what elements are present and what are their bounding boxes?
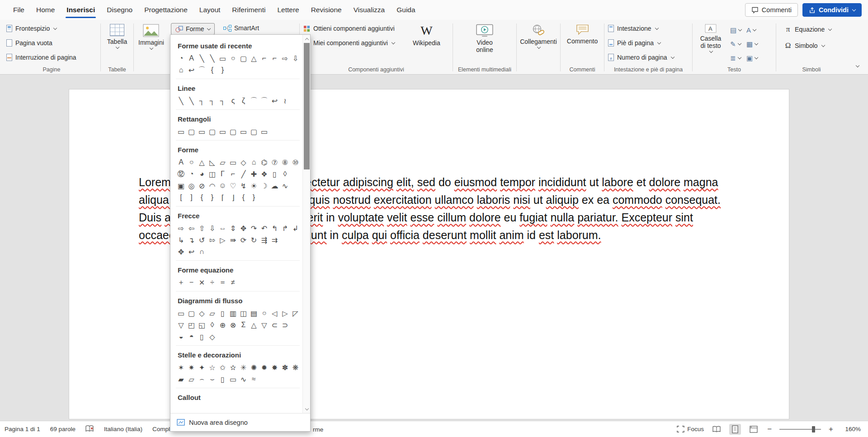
pagina-vuota-button[interactable]: Pagina vuota [5,39,78,47]
shape-glyph[interactable]: ✷ [186,362,197,373]
scroll-down-arrow[interactable] [303,405,311,413]
shape-glyph[interactable]: ◊ [207,319,217,331]
simbolo-button[interactable]: Ω Simbolo [783,41,833,51]
wordart-button[interactable]: A [745,23,761,37]
tab-visualizza[interactable]: Visualizza [348,0,391,20]
shape-glyph[interactable]: ╱ [238,168,249,180]
zoom-percentage[interactable]: 160% [841,426,861,432]
shape-glyph[interactable]: ✺ [249,362,259,373]
shape-glyph[interactable]: ▱ [207,307,217,319]
shape-glyph[interactable]: ⌢ [197,373,207,385]
shape-glyph[interactable]: ✥ [176,246,186,258]
shape-glyph[interactable]: ] [186,192,197,203]
shape-glyph[interactable]: ⇉ [269,234,280,246]
shape-glyph[interactable]: ☀ [249,180,259,192]
tab-disegno[interactable]: Disegno [101,0,138,20]
web-layout-button[interactable] [748,424,760,435]
shape-glyph[interactable]: ○ [228,52,238,64]
shape-glyph[interactable]: ▭ [259,126,269,137]
numero-di-pagina-button[interactable]: Numero di pagina [606,53,676,61]
print-layout-button[interactable] [729,424,741,435]
shape-glyph[interactable]: ∿ [280,180,290,192]
shape-glyph[interactable]: ⑩ [290,156,301,168]
shape-glyph[interactable]: ▽ [259,319,269,331]
shape-glyph[interactable]: ▢ [186,307,197,319]
shape-glyph[interactable]: ↩ [269,95,280,107]
shape-glyph[interactable]: ☆ [207,362,217,373]
collapse-ribbon-button[interactable] [854,59,861,70]
shape-glyph[interactable]: ▭ [238,126,249,137]
shape-glyph[interactable]: ▭ [176,126,186,137]
shape-glyph[interactable]: ⇦ [186,222,197,234]
shape-glyph[interactable]: △ [197,156,207,168]
shape-glyph[interactable]: ◎ [186,180,197,192]
shape-glyph[interactable]: ✸ [269,362,280,373]
shape-glyph[interactable]: ✥ [238,222,249,234]
share-button[interactable]: Condividi [802,3,862,17]
parti-rapide-button[interactable]: ▤ [729,23,745,37]
shape-glyph[interactable]: ◱ [197,319,207,331]
zoom-out-button[interactable]: − [766,425,773,434]
shape-glyph[interactable]: ▯ [269,168,280,180]
shape-glyph[interactable]: ◓ [186,331,197,343]
shape-glyph[interactable]: ↻ [249,234,259,246]
shape-glyph[interactable]: ⟳ [238,234,249,246]
shape-glyph[interactable]: ╲ [207,52,217,64]
shape-glyph[interactable]: ⇔ [217,222,228,234]
data-e-ora-button[interactable]: ▦ [745,37,761,51]
shape-glyph[interactable]: ▥ [228,307,238,319]
shape-glyph[interactable]: ✦ [197,362,207,373]
shape-glyph[interactable]: ▭ [228,373,238,385]
shape-glyph[interactable]: ✽ [280,362,290,373]
shape-glyph[interactable]: ▢ [186,126,197,137]
shape-glyph[interactable]: ◺ [207,156,217,168]
shape-glyph[interactable]: ◊ [280,168,290,180]
shape-glyph[interactable]: ▣ [176,180,186,192]
shape-glyph[interactable]: ↶ [259,222,269,234]
shape-glyph[interactable]: ÷ [207,277,217,288]
shape-glyph[interactable]: ≀ [280,95,290,107]
shape-glyph[interactable]: ♡ [228,180,238,192]
shape-glyph[interactable]: ⇰ [207,234,217,246]
riga-firma-button[interactable]: ✎ [729,37,745,51]
shape-glyph[interactable]: ○ [186,156,197,168]
shape-glyph[interactable]: ⌒ [259,95,269,107]
miei-componenti-button[interactable]: Miei componenti aggiuntivi [302,39,410,47]
scrollbar-thumb[interactable] [304,43,310,169]
shape-glyph[interactable]: ▭ [197,126,207,137]
shape-glyph[interactable]: { [207,64,217,76]
shape-glyph[interactable]: ❋ [290,362,301,373]
focus-toggle[interactable]: Focus [677,426,704,432]
tabella-button[interactable]: Tabella [104,21,130,65]
shape-glyph[interactable]: ✶ [176,362,186,373]
shape-glyph[interactable]: ⑫ [176,168,186,180]
shape-glyph[interactable]: A [186,52,197,64]
shape-glyph[interactable]: { [197,192,207,203]
shape-glyph[interactable]: ✚ [249,168,259,180]
tab-revisione[interactable]: Revisione [305,0,348,20]
shape-glyph[interactable]: ↲ [290,222,301,234]
shape-glyph[interactable]: ∩ [197,246,207,258]
shape-glyph[interactable]: ┐ [197,95,207,107]
scroll-up-arrow[interactable] [303,35,311,42]
shape-glyph[interactable]: ○ [259,307,269,319]
shape-glyph[interactable]: ▯ [217,307,228,319]
shape-glyph[interactable]: ↰ [269,222,280,234]
shape-glyph[interactable]: ς [228,95,238,107]
shape-glyph[interactable]: ⊂ [269,319,280,331]
shape-glyph[interactable]: ↩ [186,64,197,76]
shape-glyph[interactable]: ⌐ [228,168,238,180]
shape-glyph[interactable]: } [249,192,259,203]
commento-button[interactable]: Commento [564,21,600,65]
word-count[interactable]: 69 parole [50,426,75,432]
tab-home[interactable]: Home [30,0,61,20]
shape-glyph[interactable]: ▭ [217,126,228,137]
shape-glyph[interactable]: ⇩ [290,52,301,64]
shape-glyph[interactable]: ⊗ [228,319,238,331]
shape-glyph[interactable]: ⌋ [228,192,238,203]
shape-glyph[interactable]: ✳ [238,362,249,373]
shape-glyph[interactable]: ↳ [176,234,186,246]
shape-glyph[interactable]: ⌐ [259,52,269,64]
shape-glyph[interactable]: ▭ [176,307,186,319]
shape-glyph[interactable]: ▽ [176,319,186,331]
